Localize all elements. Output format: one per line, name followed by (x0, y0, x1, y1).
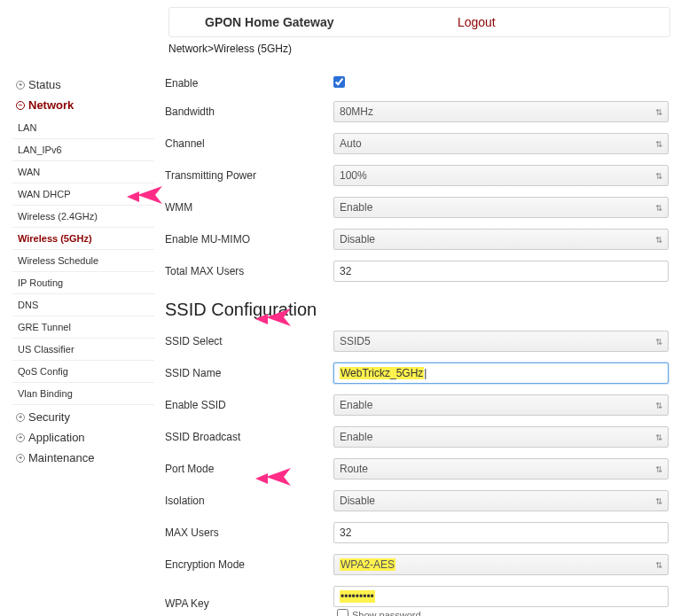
sidebar-group-security[interactable]: +Security (12, 407, 154, 427)
chevron-updown-icon: ⇅ (655, 337, 662, 347)
chevron-updown-icon: ⇅ (655, 171, 662, 181)
mumimo-label: Enable MU-MIMO (165, 233, 333, 246)
chevron-updown-icon: ⇅ (655, 560, 662, 570)
sidebar-group-label: Security (28, 410, 70, 424)
chevron-updown-icon: ⇅ (655, 496, 662, 506)
wpakey-input[interactable]: ••••••••• (333, 586, 669, 607)
ssidselect-select[interactable]: SSID5⇅ (333, 331, 669, 352)
txpower-label: Transmitting Power (165, 169, 333, 182)
logout-link[interactable]: Logout (458, 15, 652, 29)
isolation-select[interactable]: Disable⇅ (333, 490, 669, 511)
sidebar-item-gre-tunnel[interactable]: GRE Tunnel (12, 316, 154, 339)
sidebar-item-qos-config[interactable]: QoS Config (12, 361, 154, 383)
chevron-updown-icon: ⇅ (655, 401, 662, 410)
broadcast-select[interactable]: Enable⇅ (333, 426, 669, 448)
sidebar-group-status[interactable]: +Status (12, 74, 154, 95)
wpakey-label: WPA Key (165, 597, 333, 610)
main-panel: Enable Bandwidth 80MHz⇅ Channel Auto⇅ Tr… (165, 71, 669, 616)
enablessid-select[interactable]: Enable⇅ (333, 394, 669, 416)
sidebar-item-lan[interactable]: LAN (12, 117, 154, 139)
chevron-updown-icon: ⇅ (655, 235, 662, 245)
sidebar-group-maintenance[interactable]: +Maintenance (12, 448, 154, 468)
portmode-select[interactable]: Route⇅ (333, 458, 669, 480)
encryption-label: Encryption Mode (165, 558, 333, 571)
portmode-label: Port Mode (165, 463, 333, 475)
showpass-checkbox[interactable] (337, 609, 348, 616)
channel-label: Channel (165, 137, 333, 150)
chevron-updown-icon: ⇅ (655, 139, 662, 149)
ssidselect-label: SSID Select (165, 335, 333, 347)
sidebar-item-ip-routing[interactable]: IP Routing (12, 272, 154, 294)
ssid-section-title: SSID Configuration (165, 300, 669, 320)
sidebar-item-vlan-binding[interactable]: Vlan Binding (12, 383, 154, 405)
ssidname-label: SSID Name (165, 367, 333, 379)
plus-icon: + (16, 413, 25, 422)
sidebar-item-wan-dhcp[interactable]: WAN DHCP (12, 183, 154, 206)
sidebar: +Status−NetworkLANLAN_IPv6WANWAN DHCPWir… (12, 71, 154, 616)
plus-icon: + (16, 433, 25, 442)
sidebar-item-wireless-2-4ghz-[interactable]: Wireless (2.4GHz) (12, 206, 154, 228)
ssidname-input[interactable]: WebTrickz_5GHz| (333, 363, 669, 384)
encryption-select[interactable]: WPA2-AES⇅ (333, 554, 669, 575)
sidebar-group-network[interactable]: −Network (12, 95, 154, 115)
sidebar-group-label: Application (28, 431, 85, 444)
wmm-label: WMM (165, 201, 333, 214)
sidebar-item-wan[interactable]: WAN (12, 161, 154, 183)
totalmax-label: Total MAX Users (165, 265, 333, 277)
sidebar-item-dns[interactable]: DNS (12, 294, 154, 316)
wmm-select[interactable]: Enable⇅ (333, 197, 669, 218)
top-bar: GPON Home Gateway Logout (168, 7, 670, 37)
sidebar-group-label: Network (28, 98, 74, 112)
showpass-label: Show password (352, 610, 421, 617)
broadcast-label: SSID Broadcast (165, 431, 333, 443)
mumimo-select[interactable]: Disable⇅ (333, 229, 669, 250)
sidebar-item-wireless-schedule[interactable]: Wireless Schedule (12, 250, 154, 272)
sidebar-group-label: Status (28, 78, 61, 91)
chevron-updown-icon: ⇅ (655, 107, 662, 117)
enable-label: Enable (165, 77, 333, 90)
channel-select[interactable]: Auto⇅ (333, 133, 669, 154)
plus-icon: + (16, 81, 25, 90)
breadcrumb: Network>Wireless (5GHz) (168, 43, 681, 55)
bandwidth-label: Bandwidth (165, 105, 333, 118)
app-title: GPON Home Gateway (187, 15, 458, 29)
txpower-select[interactable]: 100%⇅ (333, 165, 669, 186)
maxusers-label: MAX Users (165, 526, 333, 539)
sidebar-item-lan-ipv6[interactable]: LAN_IPv6 (12, 139, 154, 161)
chevron-updown-icon: ⇅ (655, 203, 662, 213)
totalmax-input[interactable]: 32 (333, 261, 669, 282)
maxusers-input[interactable]: 32 (333, 522, 669, 543)
enablessid-label: Enable SSID (165, 399, 333, 411)
plus-icon: + (16, 454, 25, 463)
minus-icon: − (16, 101, 25, 110)
bandwidth-select[interactable]: 80MHz⇅ (333, 101, 669, 122)
chevron-updown-icon: ⇅ (655, 464, 662, 474)
sidebar-item-wireless-5ghz-[interactable]: Wireless (5GHz) (12, 228, 154, 250)
isolation-label: Isolation (165, 495, 333, 507)
sidebar-item-us-classifier[interactable]: US Classifier (12, 339, 154, 361)
sidebar-group-application[interactable]: +Application (12, 427, 154, 448)
enable-checkbox[interactable] (333, 76, 345, 88)
chevron-updown-icon: ⇅ (655, 433, 662, 442)
sidebar-group-label: Maintenance (28, 451, 94, 464)
